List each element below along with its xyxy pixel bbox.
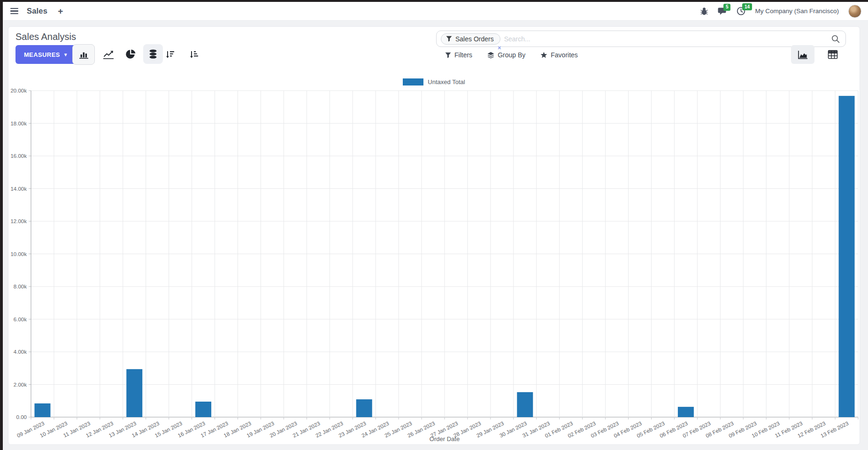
svg-text:8.00k: 8.00k (14, 284, 27, 289)
svg-text:10.00k: 10.00k (10, 251, 27, 257)
window-edge-top (0, 0, 868, 2)
svg-text:16.00k: 16.00k (10, 153, 27, 159)
bar-13-Feb-2023[interactable] (839, 96, 855, 417)
svg-text:0.00: 0.00 (16, 414, 27, 420)
svg-text:4.00k: 4.00k (14, 349, 27, 355)
bar-09-Jan-2023[interactable] (34, 403, 50, 417)
x-axis-title: Order Date (430, 435, 460, 442)
bar-06-Feb-2023[interactable] (678, 407, 694, 417)
svg-text:2.00k: 2.00k (14, 382, 27, 388)
svg-text:18.00k: 18.00k (10, 121, 27, 126)
svg-text:12.00k: 12.00k (10, 218, 27, 224)
svg-text:20.00k: 20.00k (10, 88, 27, 93)
main-panel: Sales Analysis MEASURES ▼ (8, 26, 860, 445)
sales-analysis-bar-chart: 0.002.00k4.00k6.00k8.00k10.00k12.00k14.0… (0, 0, 868, 450)
bar-13-Jan-2023[interactable] (126, 369, 142, 417)
bar-23-Jan-2023[interactable] (356, 399, 372, 417)
bar-30-Jan-2023[interactable] (517, 392, 533, 417)
bar-16-Jan-2023[interactable] (195, 402, 211, 417)
svg-text:14.00k: 14.00k (10, 186, 27, 192)
svg-text:6.00k: 6.00k (14, 317, 27, 322)
window-edge-left (0, 0, 3, 450)
